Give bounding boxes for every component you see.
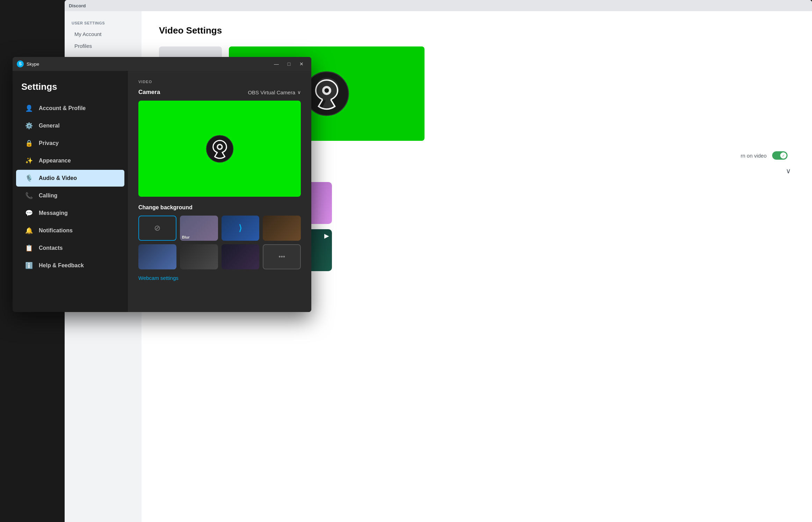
skype-titlebar: S Skype — □ ✕ [13, 57, 311, 71]
appearance-icon: ✨ [25, 157, 33, 165]
messaging-icon: 💬 [25, 209, 33, 217]
sidebar-item-appearance[interactable]: ✨ Appearance [16, 152, 124, 169]
bg-item-snow[interactable] [138, 244, 176, 269]
discord-dropdown-arrow: ∨ [786, 167, 791, 175]
minimize-button[interactable]: — [271, 58, 282, 70]
sidebar-item-help-feedback[interactable]: ℹ️ Help & Feedback [16, 257, 124, 274]
sidebar-item-contacts[interactable]: 📋 Contacts [16, 240, 124, 256]
skype-main-content: VIDEO Camera OBS Virtual Camera ∨ [128, 71, 311, 312]
discord-title: Discord [69, 3, 86, 8]
discord-nav-my-account[interactable]: My Account [67, 28, 139, 40]
account-profile-icon: 👤 [25, 104, 33, 113]
svg-point-2 [325, 88, 329, 93]
skype-window: S Skype — □ ✕ Settings 👤 Account & Profi… [13, 57, 311, 312]
bg-item-none[interactable]: ⊘ [138, 216, 176, 241]
audio-video-icon: 🎙️ [25, 174, 33, 182]
sidebar-item-calling[interactable]: 📞 Calling [16, 187, 124, 204]
skype-title-left: S Skype [17, 60, 39, 67]
play-badge-gaming: ▶ [324, 232, 329, 240]
discord-toggle[interactable] [772, 151, 788, 160]
obs-logo-skype [206, 135, 234, 163]
bg-item-office[interactable] [180, 244, 218, 269]
skype-camera-row: Camera OBS Virtual Camera ∨ [138, 89, 301, 96]
bg-item-room1[interactable] [263, 216, 301, 241]
bg-item-dark-room[interactable] [222, 244, 260, 269]
general-icon: ⚙️ [25, 122, 33, 130]
skype-camera-select-arrow: ∨ [297, 89, 301, 95]
sidebar-item-messaging[interactable]: 💬 Messaging [16, 205, 124, 222]
sidebar-item-general[interactable]: ⚙️ General [16, 117, 124, 134]
close-button[interactable]: ✕ [296, 58, 307, 70]
skype-settings-sidebar: Settings 👤 Account & Profile ⚙️ General … [13, 71, 128, 312]
discord-page-title: Video Settings [159, 25, 795, 36]
maximize-button[interactable]: □ [283, 58, 295, 70]
skype-settings-title: Settings [13, 78, 128, 99]
sidebar-item-notifications[interactable]: 🔔 Notifications [16, 222, 124, 239]
sidebar-label-general: General [39, 123, 60, 129]
skype-app-icon: S [17, 60, 24, 67]
discord-section-label: USER SETTINGS [65, 18, 142, 28]
sidebar-item-account-profile[interactable]: 👤 Account & Profile [16, 100, 124, 117]
bg-item-blue[interactable]: ⟩ [222, 216, 260, 241]
sidebar-label-calling: Calling [39, 193, 57, 199]
discord-titlebar: Discord [65, 0, 812, 11]
svg-point-5 [218, 145, 222, 148]
discord-toggle-label: rn on video [741, 153, 767, 159]
bg-item-more[interactable]: ••• [263, 244, 301, 269]
webcam-settings-link[interactable]: Webcam settings [138, 275, 301, 281]
sidebar-label-privacy: Privacy [39, 140, 59, 146]
skype-section-video-label: VIDEO [138, 80, 301, 84]
discord-nav-profiles[interactable]: Profiles [67, 40, 139, 52]
help-feedback-icon: ℹ️ [25, 261, 33, 270]
sidebar-label-messaging: Messaging [39, 210, 68, 216]
skype-body: Settings 👤 Account & Profile ⚙️ General … [13, 71, 311, 312]
skype-title-text: Skype [27, 61, 39, 67]
skype-change-bg-label: Change background [138, 204, 301, 211]
sidebar-item-privacy[interactable]: 🔒 Privacy [16, 135, 124, 152]
sidebar-label-contacts: Contacts [39, 245, 63, 251]
skype-bg-grid: ⊘ Blur ⟩ ••• [138, 216, 301, 269]
sidebar-label-notifications: Notifications [39, 227, 73, 234]
contacts-icon: 📋 [25, 244, 33, 252]
bg-item-blur-label: Blur [182, 235, 190, 239]
sidebar-label-appearance: Appearance [39, 158, 71, 164]
skype-camera-select[interactable]: OBS Virtual Camera ∨ [248, 89, 301, 95]
skype-window-controls: — □ ✕ [271, 58, 307, 70]
skype-camera-label: Camera [138, 89, 160, 96]
sidebar-item-audio-video[interactable]: 🎙️ Audio & Video [16, 170, 124, 187]
sidebar-label-account-profile: Account & Profile [39, 105, 86, 111]
bing-logo: ⟩ [239, 223, 242, 233]
sidebar-label-help-feedback: Help & Feedback [39, 262, 84, 269]
skype-camera-value: OBS Virtual Camera [248, 89, 295, 95]
skype-video-preview [138, 101, 301, 197]
calling-icon: 📞 [25, 191, 33, 200]
more-icon: ••• [278, 253, 285, 261]
notifications-icon: 🔔 [25, 226, 33, 235]
sidebar-label-audio-video: Audio & Video [39, 175, 77, 181]
privacy-icon: 🔒 [25, 139, 33, 147]
bg-item-blur[interactable]: Blur [180, 216, 218, 241]
